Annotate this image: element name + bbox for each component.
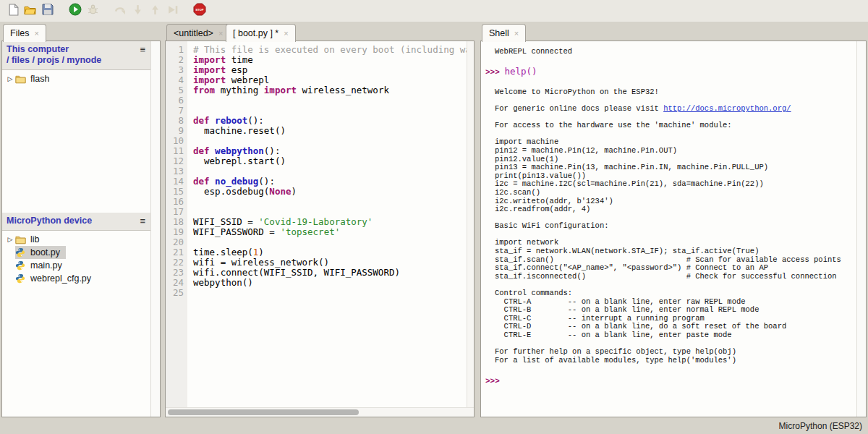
shell-output-line: i2c.readfrom(addr, 4): [485, 205, 856, 214]
line-number: 10: [166, 136, 184, 146]
shell-command-line: >>> help(): [485, 64, 856, 80]
stop-button[interactable]: STOP: [191, 2, 208, 20]
line-number: 7: [166, 106, 184, 116]
code-line: def reboot():: [193, 116, 474, 126]
code-line: WIFI_PASSWORD = 'topsecret': [193, 227, 474, 237]
tab-bootpy[interactable]: [ boot.py ] * ×: [226, 24, 296, 42]
shell-panel: WebREPL connected>>> help()Welcome to Mi…: [480, 41, 867, 417]
interpreter-status[interactable]: MicroPython (ESP32): [779, 421, 862, 431]
line-number: 12: [166, 156, 184, 166]
line-number: 20: [166, 237, 184, 247]
file-label: lib: [30, 234, 40, 244]
open-folder-icon: [24, 4, 37, 19]
docs-link[interactable]: http://docs.micropython.org/: [663, 104, 791, 113]
files-scrollbar[interactable]: [150, 41, 160, 417]
shell-output-line: For a list of available modules, type he…: [485, 357, 856, 365]
device-header: MicroPython device ≡: [2, 213, 150, 231]
scrollbar-thumb[interactable]: [168, 409, 359, 415]
shell-output-line: Control commands:: [485, 289, 856, 298]
save-button[interactable]: [39, 2, 56, 20]
close-icon[interactable]: ×: [284, 29, 288, 38]
resume-button: [163, 2, 181, 20]
file-label: webrepl_cfg.py: [30, 273, 91, 284]
tab-files[interactable]: Files ×: [3, 24, 46, 42]
python-file-icon: [15, 273, 27, 284]
tab-shell[interactable]: Shell ×: [482, 24, 526, 42]
shell-output-line: pin13 = machine.Pin(13, machine.Pin.IN, …: [485, 163, 856, 172]
shell-tab-label: Shell: [489, 28, 509, 38]
expand-arrow-icon[interactable]: ▷: [5, 236, 15, 243]
file-label: boot.py: [30, 247, 60, 258]
micropython-device-section: MicroPython device ≡ ▷libboot.pymain.pyw…: [2, 213, 150, 287]
code-line: [193, 166, 474, 176]
shell-output-line: pin12 = machine.Pin(12, machine.Pin.OUT): [485, 147, 856, 156]
files-panel: This computer / files / projs / mynode ≡…: [1, 41, 161, 417]
stop-icon: STOP: [193, 3, 206, 19]
step-out-button: [146, 2, 163, 20]
line-number: 14: [166, 176, 184, 187]
code-line: [193, 197, 474, 207]
run-button[interactable]: [67, 2, 84, 20]
line-number: 22: [166, 258, 184, 268]
code-line: WIFI_SSID = 'Covid-19-Laboratory': [193, 217, 474, 227]
device-tree-item-lib[interactable]: ▷lib: [2, 233, 150, 246]
repl-prompt: >>>: [485, 68, 504, 77]
files-tab-label: Files: [10, 28, 29, 38]
hamburger-menu-icon[interactable]: ≡: [140, 216, 145, 226]
code-editor[interactable]: 1234567891011121314151617181920212223242…: [166, 41, 474, 407]
shell-output-line: CTRL-E -- on a blank line, enter paste m…: [485, 331, 856, 340]
status-bar: MicroPython (ESP32): [0, 418, 868, 434]
line-number: 8: [166, 116, 184, 126]
file-label: main.py: [30, 260, 62, 271]
expand-arrow-icon[interactable]: ▷: [5, 75, 15, 82]
hamburger-menu-icon[interactable]: ≡: [140, 44, 145, 55]
code-line: [193, 95, 474, 106]
code-line: [193, 237, 474, 247]
code-area[interactable]: # This file is executed on every boot (i…: [187, 41, 474, 407]
new-file-button[interactable]: [4, 2, 22, 20]
shell-scrollbar[interactable]: [856, 41, 866, 417]
repl-active-prompt[interactable]: >>>: [485, 373, 856, 388]
close-icon[interactable]: ×: [514, 29, 519, 38]
shell-blank-line: [485, 365, 856, 373]
shell-blank-line: [485, 56, 856, 65]
device-tree-item-boot-py[interactable]: boot.py: [2, 246, 150, 259]
editor-horizontal-scrollbar[interactable]: [166, 407, 474, 417]
device-title[interactable]: MicroPython device: [7, 216, 146, 226]
line-number: 24: [166, 278, 184, 288]
open-file-button[interactable]: [22, 2, 39, 20]
device-file-tree: ▷libboot.pymain.pywebrepl_cfg.py: [2, 231, 150, 287]
svg-text:STOP: STOP: [195, 8, 204, 12]
editor-panel: 1234567891011121314151617181920212223242…: [165, 41, 475, 417]
save-icon: [42, 4, 54, 18]
shell-output[interactable]: WebREPL connected>>> help()Welcome to Mi…: [481, 41, 856, 417]
code-line: import time: [193, 55, 474, 65]
shell-output-line: Basic WiFi configuration:: [485, 222, 856, 231]
close-icon[interactable]: ×: [218, 29, 223, 38]
computer-tree-item-flash[interactable]: ▷flash: [2, 72, 150, 85]
this-computer-title[interactable]: This computer: [7, 44, 146, 55]
line-number: 5: [166, 85, 184, 95]
shell-output-line: i2c = machine.I2C(scl=machine.Pin(21), s…: [485, 180, 856, 189]
repl-input[interactable]: help(): [504, 66, 537, 77]
folder-icon: [15, 234, 27, 245]
run-icon: [69, 3, 82, 19]
line-number: 15: [166, 187, 184, 197]
shell-output-line: WebREPL connected: [485, 48, 856, 56]
new-file-icon: [7, 4, 20, 19]
device-tree-item-webrepl-cfg-py[interactable]: webrepl_cfg.py: [2, 272, 150, 285]
device-tree-item-main-py[interactable]: main.py: [2, 259, 150, 272]
tab-untitled[interactable]: <untitled> ×: [166, 24, 230, 41]
python-file-icon: [15, 247, 27, 258]
breadcrumb[interactable]: / files / projs / mynode: [7, 55, 146, 66]
shell-output-line: Welcome to MicroPython on the ESP32!: [485, 88, 856, 97]
editor-vertical-scrollbar[interactable]: [467, 41, 474, 407]
close-icon[interactable]: ×: [34, 29, 38, 38]
step-over-icon: [114, 4, 127, 19]
line-number: 2: [166, 55, 184, 65]
debug-icon: [87, 4, 99, 19]
shell-output-line: For access to the hardware use the 'mach…: [485, 122, 856, 130]
repl-prompt: >>>: [485, 377, 504, 386]
code-line: [193, 136, 474, 146]
line-number: 16: [166, 197, 184, 207]
